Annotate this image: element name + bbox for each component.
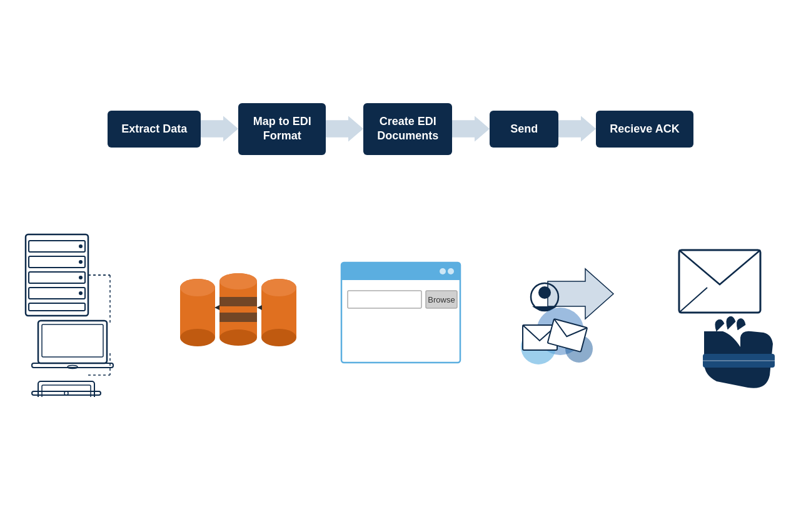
flow-arrow-2 [326,113,363,145]
svg-point-12 [79,291,83,295]
svg-marker-41 [214,305,219,310]
svg-point-29 [180,329,215,346]
svg-point-47 [440,268,446,274]
svg-rect-13 [29,303,85,311]
svg-rect-5 [29,241,85,252]
icon-extract-data [7,225,144,400]
svg-rect-33 [219,297,257,306]
svg-marker-2 [452,116,490,142]
icon-send [495,225,632,400]
svg-rect-34 [219,313,257,322]
svg-rect-7 [29,256,85,268]
svg-marker-42 [257,305,262,310]
svg-point-6 [79,244,83,248]
svg-point-46 [448,268,454,274]
svg-point-30 [180,279,215,296]
svg-point-39 [261,329,296,346]
flow-arrow-4 [558,113,596,145]
icon-create-edi: Browse [332,225,470,400]
svg-rect-9 [29,272,85,283]
flow-arrow-3 [452,113,490,145]
icon-receive-ack [657,225,795,400]
svg-text:Browse: Browse [428,295,455,304]
flow-step-extract: Extract Data [108,111,201,148]
flow-step-map: Map to EDIFormat [238,103,326,155]
icon-map-edi [169,225,307,400]
svg-point-53 [538,286,551,299]
svg-marker-0 [201,116,238,142]
svg-point-36 [219,273,257,289]
svg-marker-1 [326,116,363,142]
flow-arrow-1 [201,113,238,145]
svg-rect-20 [42,324,103,357]
svg-point-35 [219,329,257,346]
svg-point-8 [79,260,83,264]
flow-step-receive: Recieve ACK [596,111,693,148]
svg-point-40 [261,279,296,296]
flow-step-send: Send [490,111,558,148]
svg-point-10 [79,276,83,279]
svg-rect-48 [348,291,421,308]
svg-marker-3 [558,116,596,142]
flow-diagram: Extract Data Map to EDIFormat Create EDI… [0,103,801,155]
icons-row: Browse [0,225,801,400]
svg-rect-32 [219,281,257,338]
svg-rect-11 [29,288,85,299]
flow-step-create: Create EDIDocuments [363,103,452,155]
